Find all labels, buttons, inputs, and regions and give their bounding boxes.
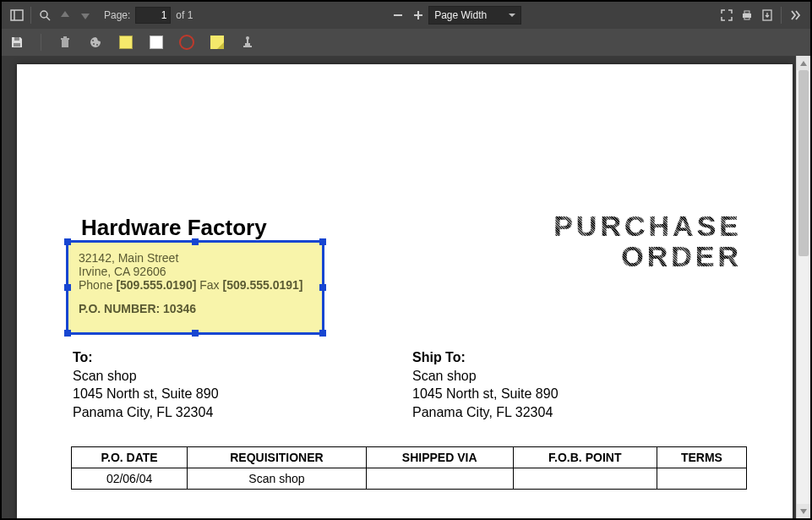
- trash-icon: [58, 36, 72, 49]
- more-tools-button[interactable]: [785, 5, 805, 25]
- svg-rect-12: [14, 37, 19, 41]
- sticky-note-button[interactable]: [207, 32, 227, 52]
- document-page: Hardware Factory PURCHASE ORDER 32142, M…: [17, 64, 793, 518]
- resize-handle-bottom-mid[interactable]: [192, 330, 199, 337]
- arrow-down-icon: [79, 8, 92, 22]
- svg-rect-13: [62, 40, 68, 47]
- minus-icon: [391, 8, 405, 22]
- resize-handle-top-mid[interactable]: [192, 238, 199, 245]
- fullscreen-button[interactable]: [717, 5, 737, 25]
- fax-label: Fax: [196, 278, 222, 292]
- highlight-yellow-button[interactable]: [116, 32, 136, 52]
- zoom-in-button[interactable]: [408, 5, 428, 25]
- col-po-date: P.O. DATE: [72, 447, 188, 468]
- delete-button[interactable]: [55, 32, 75, 52]
- circle-annotation-button[interactable]: [177, 32, 197, 52]
- chevrons-right-icon: [788, 8, 802, 22]
- resize-handle-top-right[interactable]: [319, 238, 326, 245]
- scroll-track[interactable]: [797, 70, 810, 504]
- scroll-down-button[interactable]: [797, 504, 810, 518]
- highlight-white-button[interactable]: [146, 32, 166, 52]
- caret-down-icon: [799, 507, 808, 516]
- svg-rect-14: [61, 38, 69, 40]
- page-number-input[interactable]: [135, 7, 171, 24]
- sidebar-toggle-button[interactable]: [7, 5, 27, 25]
- svg-rect-8: [744, 11, 749, 14]
- pdf-viewer: Page: of 1 Page Width: [0, 0, 812, 520]
- svg-point-18: [96, 44, 98, 46]
- cell-terms: [657, 468, 746, 490]
- cell-fob-point: [513, 468, 657, 490]
- to-label: To:: [73, 348, 219, 367]
- swatch-yellow-icon: [119, 36, 133, 49]
- page-label: Page:: [104, 9, 130, 21]
- sidebar-toggle-icon: [10, 8, 24, 22]
- resize-handle-bottom-right[interactable]: [319, 330, 326, 337]
- svg-point-22: [246, 36, 249, 40]
- resize-handle-mid-right[interactable]: [319, 284, 326, 291]
- svg-rect-9: [744, 17, 749, 19]
- svg-rect-19: [243, 46, 252, 47]
- col-requisitioner: REQUISITIONER: [188, 447, 366, 468]
- title-line-2: ORDER: [621, 240, 742, 272]
- cell-requisitioner: Scan shop: [188, 468, 366, 490]
- addr-line-1: 32142, Main Street: [79, 251, 312, 265]
- scroll-thumb[interactable]: [798, 70, 809, 256]
- document-title: PURCHASE ORDER: [553, 211, 742, 271]
- svg-rect-6: [417, 11, 419, 19]
- separator: [41, 34, 41, 51]
- page-container[interactable]: Hardware Factory PURCHASE ORDER 32142, M…: [2, 56, 796, 518]
- svg-rect-15: [63, 36, 67, 38]
- search-button[interactable]: [35, 5, 55, 25]
- col-shipped-via: SHIPPED VIA: [366, 447, 513, 468]
- selected-annotation-box[interactable]: 32142, Main Street Irvine, CA 92606 Phon…: [66, 240, 324, 335]
- save-button[interactable]: [7, 32, 27, 52]
- svg-rect-0: [11, 10, 23, 20]
- toolbar-main: Page: of 1 Page Width: [2, 2, 810, 29]
- next-page-button[interactable]: [75, 5, 95, 25]
- col-fob-point: F.O.B. POINT: [513, 447, 657, 468]
- svg-point-17: [93, 43, 95, 45]
- svg-rect-11: [14, 43, 20, 47]
- separator: [781, 7, 782, 24]
- to-street: 1045 North st, Suite 890: [73, 385, 219, 403]
- caret-up-icon: [799, 59, 808, 68]
- vertical-scrollbar[interactable]: [796, 56, 810, 518]
- table-row: 02/06/04 Scan shop: [72, 468, 747, 490]
- to-name: Scan shop: [73, 367, 219, 386]
- svg-point-16: [92, 40, 94, 41]
- phone-number: [509.555.0190]: [116, 278, 196, 292]
- resize-handle-mid-left[interactable]: [64, 284, 71, 291]
- fullscreen-icon: [720, 8, 733, 22]
- fax-number: [509.555.0191]: [222, 278, 302, 292]
- stamp-icon: [241, 36, 254, 49]
- zoom-out-button[interactable]: [388, 5, 408, 25]
- phone-fax-line: Phone [509.555.0190] Fax [509.555.0191]: [79, 278, 312, 292]
- po-details-table: P.O. DATE REQUISITIONER SHIPPED VIA F.O.…: [71, 446, 747, 490]
- save-icon: [10, 36, 24, 49]
- phone-label: Phone: [79, 278, 116, 292]
- resize-handle-top-left[interactable]: [64, 238, 71, 245]
- plus-icon: [411, 8, 425, 22]
- print-icon: [740, 8, 754, 22]
- toolbar-annotation: [2, 29, 810, 56]
- resize-handle-bottom-left[interactable]: [64, 330, 71, 337]
- palette-button[interactable]: [85, 32, 106, 52]
- scroll-up-button[interactable]: [797, 56, 810, 70]
- to-city: Panama City, FL 32304: [73, 403, 219, 422]
- download-icon: [760, 8, 774, 22]
- billing-address: To: Scan shop 1045 North st, Suite 890 P…: [73, 348, 219, 421]
- zoom-mode-select[interactable]: Page Width: [428, 6, 521, 25]
- ship-name: Scan shop: [412, 367, 559, 386]
- page-count-label: of 1: [176, 9, 193, 21]
- download-button[interactable]: [757, 5, 777, 25]
- cell-po-date: 02/06/04: [72, 468, 188, 490]
- table-header-row: P.O. DATE REQUISITIONER SHIPPED VIA F.O.…: [72, 447, 747, 468]
- company-name: Hardware Factory: [81, 215, 267, 241]
- prev-page-button[interactable]: [55, 5, 75, 25]
- ship-street: 1045 North st, Suite 890: [412, 385, 559, 403]
- print-button[interactable]: [737, 5, 757, 25]
- title-line-1: PURCHASE: [553, 210, 742, 242]
- stamp-button[interactable]: [237, 32, 258, 52]
- content-area: Hardware Factory PURCHASE ORDER 32142, M…: [2, 56, 810, 518]
